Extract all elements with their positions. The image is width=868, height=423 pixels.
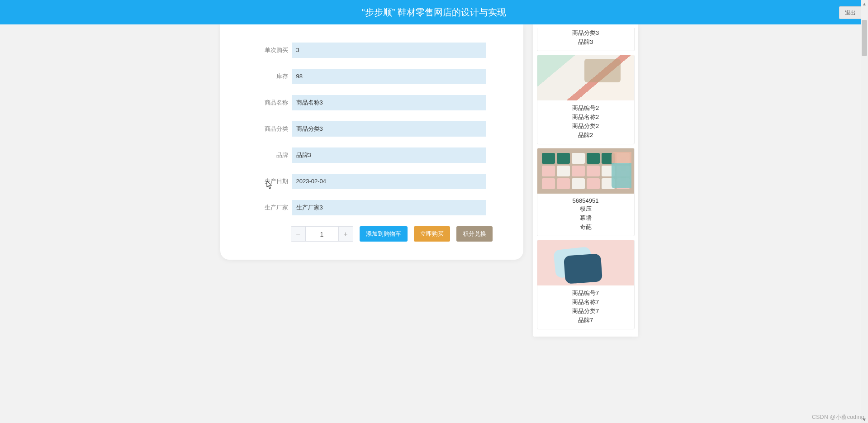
form-row: 库存98 xyxy=(220,69,523,84)
scrollbar-thumb[interactable] xyxy=(862,20,867,56)
form-row: 品牌品牌3 xyxy=(220,147,523,163)
form-value: 2023-02-04 xyxy=(292,174,486,189)
recommend-card-line: 商品分类3 xyxy=(539,29,632,37)
form-value: 3 xyxy=(292,43,486,58)
form-label: 生产厂家 xyxy=(220,204,292,212)
qty-increase-button[interactable]: + xyxy=(338,227,353,242)
form-label: 单次购买 xyxy=(220,46,292,54)
action-row: − + 添加到购物车 立即购买 积分兑换 xyxy=(220,226,523,242)
form-row: 商品名称商品名称3 xyxy=(220,95,523,110)
form-label: 品牌 xyxy=(220,151,292,159)
qty-input[interactable] xyxy=(306,227,338,242)
form-label: 商品名称 xyxy=(220,99,292,107)
logout-button[interactable]: 退出 xyxy=(839,6,862,19)
points-redeem-button[interactable]: 积分兑换 xyxy=(456,226,493,242)
form-value: 商品分类3 xyxy=(292,121,486,137)
product-detail-card: 单次购买3库存98商品名称商品名称3商品分类商品分类3品牌品牌3生产日期2023… xyxy=(220,24,523,260)
form-row: 商品分类商品分类3 xyxy=(220,121,523,137)
recommend-card-line: 品牌7 xyxy=(539,316,632,324)
page-body: 单次购买3库存98商品名称商品名称3商品分类商品分类3品牌品牌3生产日期2023… xyxy=(0,24,868,423)
vertical-scrollbar[interactable]: ▲ ▼ xyxy=(861,0,868,423)
recommend-card-lines: 56854951模压幕墙奇葩 xyxy=(537,194,634,236)
form-label: 库存 xyxy=(220,72,292,81)
recommend-card-lines: 商品编号7商品名称7商品分类7品牌7 xyxy=(537,285,634,329)
recommend-card-line: 幕墙 xyxy=(539,214,632,222)
form-value: 生产厂家3 xyxy=(292,200,486,215)
recommend-card[interactable]: 商品分类3品牌3 xyxy=(537,28,635,51)
recommend-card-line: 商品分类7 xyxy=(539,307,632,315)
recommend-card-line: 商品编号7 xyxy=(539,289,632,297)
recommend-card[interactable]: 商品编号2商品名称2商品分类2品牌2 xyxy=(537,55,635,144)
recommend-card-lines: 商品编号2商品名称2商品分类2品牌2 xyxy=(537,100,634,144)
recommend-card-line: 商品名称2 xyxy=(539,113,632,121)
recommend-card-line: 商品分类2 xyxy=(539,122,632,130)
top-bar: “步步顺” 鞋材零售网店的设计与实现 退出 xyxy=(0,0,868,24)
recommend-card-line: 品牌3 xyxy=(539,38,632,46)
recommend-card[interactable]: 56854951模压幕墙奇葩 xyxy=(537,148,635,236)
form-row: 单次购买3 xyxy=(220,43,523,58)
recommend-card-line: 品牌2 xyxy=(539,131,632,139)
scrollbar-up-icon[interactable]: ▲ xyxy=(861,0,868,7)
recommend-card[interactable]: 商品编号7商品名称7商品分类7品牌7 xyxy=(537,240,635,329)
form-row: 生产日期2023-02-04 xyxy=(220,174,523,189)
recommend-card-lines: 商品分类3品牌3 xyxy=(537,29,634,51)
form-label: 商品分类 xyxy=(220,125,292,133)
form-value: 98 xyxy=(292,69,486,84)
quantity-stepper[interactable]: − + xyxy=(291,226,353,242)
form-label: 生产日期 xyxy=(220,177,292,185)
recommend-card-image xyxy=(537,240,634,285)
add-to-cart-button[interactable]: 添加到购物车 xyxy=(360,226,408,242)
qty-decrease-button[interactable]: − xyxy=(291,227,306,242)
recommend-sidebar: 商品分类3品牌3商品编号2商品名称2商品分类2品牌256854951模压幕墙奇葩… xyxy=(533,24,638,337)
recommend-card-line: 商品名称7 xyxy=(539,298,632,306)
buy-now-button[interactable]: 立即购买 xyxy=(414,226,450,242)
form-value: 商品名称3 xyxy=(292,95,486,110)
form-row: 生产厂家生产厂家3 xyxy=(220,200,523,215)
recommend-card-line: 56854951 xyxy=(539,197,632,204)
recommend-card-image xyxy=(537,55,634,100)
watermark: CSDN @小蔡coding xyxy=(812,413,864,421)
form-value: 品牌3 xyxy=(292,147,486,163)
recommend-card-line: 模压 xyxy=(539,205,632,213)
recommend-card-line: 奇葩 xyxy=(539,223,632,231)
recommend-card-image xyxy=(537,148,634,194)
page-title: “步步顺” 鞋材零售网店的设计与实现 xyxy=(362,6,506,19)
recommend-card-line: 商品编号2 xyxy=(539,104,632,112)
